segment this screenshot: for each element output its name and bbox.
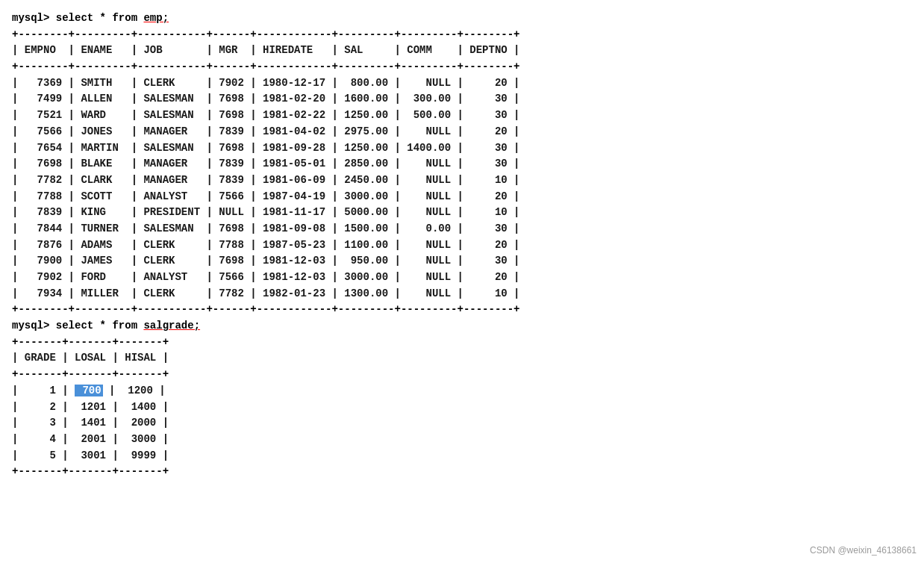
table-row: | 7900 | JAMES | CLERK | 7698 | 1981-12-… xyxy=(12,253,912,270)
table-row: | 1 | 700 | 1200 | xyxy=(12,383,912,399)
salgrade-top-border: +-------+-------+-------+ xyxy=(12,335,912,351)
table-row: | 2 | 1201 | 1400 | xyxy=(12,399,912,416)
table-row: | 4 | 2001 | 3000 | xyxy=(12,432,912,448)
table-row: | 7698 | BLAKE | MANAGER | 7839 | 1981-0… xyxy=(12,156,912,172)
table-row: | 5 | 3001 | 9999 | xyxy=(12,448,912,464)
salgrade-bottom-border: +-------+-------+-------+ xyxy=(12,464,912,480)
terminal-output: mysql> select * from emp; +--------+----… xyxy=(12,7,912,480)
emp-header-border: +--------+---------+-----------+------+-… xyxy=(12,59,912,75)
table-row: | 7876 | ADAMS | CLERK | 7788 | 1987-05-… xyxy=(12,237,912,254)
query2-line: mysql> select * from salgrade; xyxy=(12,318,912,335)
table-row: | 7654 | MARTIN | SALESMAN | 7698 | 1981… xyxy=(12,140,912,157)
table-row: | 7566 | JONES | MANAGER | 7839 | 1981-0… xyxy=(12,124,912,140)
emp-table-name: emp; xyxy=(143,12,169,24)
salgrade-header: | GRADE | LOSAL | HISAL | xyxy=(12,350,912,367)
emp-bottom-border: +--------+---------+-----------+------+-… xyxy=(12,302,912,318)
table-row: | 7499 | ALLEN | SALESMAN | 7698 | 1981-… xyxy=(12,91,912,108)
emp-top-border: +--------+---------+-----------+------+-… xyxy=(12,27,912,43)
table-row: | 7788 | SCOTT | ANALYST | 7566 | 1987-0… xyxy=(12,189,912,205)
table-row: | 7521 | WARD | SALESMAN | 7698 | 1981-0… xyxy=(12,108,912,124)
table-row: | 3 | 1401 | 2000 | xyxy=(12,415,912,432)
table-row: | 7902 | FORD | ANALYST | 7566 | 1981-12… xyxy=(12,270,912,286)
query1-line: mysql> select * from emp; xyxy=(12,10,912,27)
table-row: | 7782 | CLARK | MANAGER | 7839 | 1981-0… xyxy=(12,172,912,189)
csdn-watermark: CSDN @weixin_46138661 xyxy=(810,545,917,556)
emp-header: | EMPNO | ENAME | JOB | MGR | HIREDATE |… xyxy=(12,43,912,59)
salgrade-header-border: +-------+-------+-------+ xyxy=(12,367,912,383)
table-row: | 7369 | SMITH | CLERK | 7902 | 1980-12-… xyxy=(12,75,912,92)
table-row: | 7839 | KING | PRESIDENT | NULL | 1981-… xyxy=(12,205,912,221)
table-row: | 7844 | TURNER | SALESMAN | 7698 | 1981… xyxy=(12,221,912,237)
table-row: | 7934 | MILLER | CLERK | 7782 | 1982-01… xyxy=(12,286,912,302)
highlighted-losal: 700 xyxy=(75,385,103,396)
salgrade-table-name: salgrade; xyxy=(143,320,200,332)
